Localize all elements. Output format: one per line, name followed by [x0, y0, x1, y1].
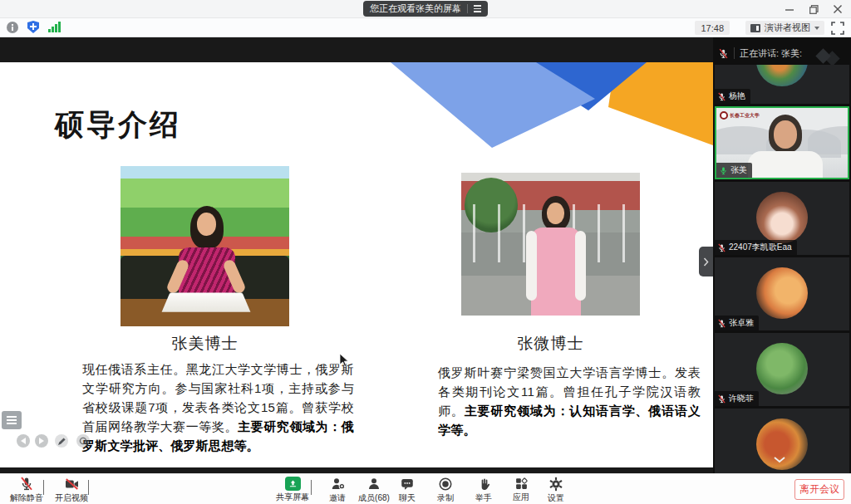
screen-watch-banner-text: 您正在观看张美的屏幕	[370, 2, 461, 15]
share-options-caret[interactable]	[311, 481, 312, 496]
record-button[interactable]: 录制	[427, 477, 464, 504]
window-titlebar: 您正在观看张美的屏幕	[0, 0, 851, 18]
participant-tile-more[interactable]	[715, 409, 849, 473]
video-options-caret[interactable]	[88, 481, 89, 496]
participant-tile-zhangzhuoya[interactable]: 张卓雅	[715, 257, 849, 330]
security-shield-icon[interactable]	[27, 21, 39, 33]
gear-icon	[548, 477, 563, 492]
bio-left: 现任俄语系主任。黑龙江大学文学博士，俄罗斯文学研究方向。参与国家社科1项，主持或…	[82, 360, 354, 455]
record-icon	[438, 477, 453, 492]
participant-name: 许晓菲	[729, 393, 754, 404]
banner-divider	[467, 4, 468, 13]
members-icon	[366, 477, 381, 492]
share-screen-icon	[285, 477, 301, 491]
apps-button[interactable]: 应用	[504, 477, 539, 503]
view-mode-button[interactable]: 演讲者视图	[745, 21, 824, 35]
participant-name: 22407李凯歌Eaa	[729, 242, 792, 253]
camera-off-icon	[64, 477, 80, 492]
meeting-info-icon[interactable]	[7, 22, 18, 33]
avatar-yangyan	[756, 65, 808, 86]
participant-tile-xuxiaofei[interactable]: 许晓菲	[715, 333, 849, 406]
participant-name: 杨艳	[729, 91, 745, 102]
participant-tile-yangyan[interactable]: 杨艳	[715, 65, 849, 104]
apps-grid-icon	[514, 477, 529, 491]
invite-button[interactable]: 邀请	[320, 477, 355, 504]
university-watermark: 长春工业大学	[720, 111, 760, 120]
presentation-slide: 硕导介绍 张美博士 张微博士 现任俄语系主任。黑龙江大学文学博士，俄罗斯文学研究…	[0, 62, 713, 467]
mic-muted-icon	[717, 243, 726, 252]
mouse-cursor	[339, 353, 349, 368]
more-presenter-options-button[interactable]	[76, 434, 90, 448]
invite-person-icon	[330, 477, 346, 492]
participant-tile-zhangmei[interactable]: 长春工业大学 张美	[715, 106, 849, 179]
chat-bubble-icon	[400, 477, 415, 492]
next-slide-button[interactable]	[35, 434, 48, 448]
raise-hand-button[interactable]: 举手	[466, 477, 501, 504]
mic-options-caret[interactable]	[43, 481, 44, 496]
close-button[interactable]	[829, 2, 846, 17]
meeting-toolbar: 解除静音 开启视频 共享屏幕	[0, 473, 851, 504]
participant-name: 张卓雅	[729, 317, 754, 329]
members-button[interactable]: 成员(68)	[355, 477, 393, 504]
avatar-likaige	[756, 192, 808, 243]
meeting-logo-watermark	[818, 49, 846, 64]
view-mode-label: 演讲者视图	[765, 22, 810, 34]
panel-collapse-handle[interactable]	[699, 247, 713, 276]
settings-button[interactable]: 设置	[539, 477, 573, 504]
speaker-view-icon	[750, 24, 760, 32]
meeting-time: 17:48	[695, 21, 730, 35]
avatar-zhangzhuoya	[756, 267, 808, 319]
slide-outline-button[interactable]	[2, 411, 22, 429]
speaking-now-label: 正在讲话: 张美:	[740, 47, 802, 60]
mic-muted-icon	[717, 319, 726, 328]
participants-panel: 正在讲话: 张美: 杨艳 长春工业大学	[713, 37, 851, 473]
active-speaker-bar: 正在讲话: 张美:	[713, 42, 851, 64]
view-mode-caret-icon	[814, 27, 819, 30]
caption-left-name: 张美博士	[121, 333, 289, 355]
mic-muted-icon	[19, 477, 34, 492]
mic-muted-icon	[717, 92, 726, 101]
leave-meeting-button[interactable]: 离开会议	[794, 479, 844, 500]
raise-hand-icon	[477, 477, 491, 492]
caption-right-name: 张微博士	[461, 333, 640, 355]
meeting-statusbar: 17:48 演讲者视图	[0, 18, 851, 37]
prev-slide-button[interactable]	[17, 434, 30, 448]
maximize-button[interactable]	[805, 2, 822, 17]
mic-muted-icon	[717, 394, 726, 404]
start-video-button[interactable]: 开启视频	[52, 477, 91, 504]
share-screen-button[interactable]: 共享屏幕	[273, 477, 312, 503]
photo-zhangwei	[461, 173, 640, 316]
participant-name: 张美	[730, 164, 747, 176]
avatar-xuxiaofei	[756, 343, 808, 394]
annotate-pen-button[interactable]	[55, 434, 68, 448]
participant-tile-likaige[interactable]: 22407李凯歌Eaa	[715, 182, 849, 255]
screen-watch-banner[interactable]: 您正在观看张美的屏幕	[363, 1, 488, 17]
mic-active-icon	[719, 166, 728, 175]
window-controls	[781, 0, 846, 18]
shared-screen-stage: 硕导介绍 张美博士 张微博士 现任俄语系主任。黑龙江大学文学博士，俄罗斯文学研究…	[0, 37, 713, 473]
photo-zhangmei	[121, 166, 289, 326]
minimize-button[interactable]	[781, 2, 798, 17]
banner-menu-icon[interactable]	[474, 5, 481, 12]
bio-right: 俄罗斯叶赛宁梁赞国立大学语言学博士。发表各类期刊论文11篇。曾担任孔子学院汉语教…	[438, 363, 701, 439]
fullscreen-button[interactable]	[831, 22, 844, 35]
chat-button[interactable]: 聊天	[391, 477, 424, 504]
network-signal-icon[interactable]	[48, 22, 61, 32]
scroll-more-chevron-icon[interactable]	[774, 452, 785, 467]
unmute-button[interactable]: 解除静音	[7, 477, 47, 504]
meeting-window: 您正在观看张美的屏幕 17:48 演讲者视图	[0, 0, 851, 504]
slide-title: 硕导介绍	[55, 105, 181, 144]
mic-muted-icon	[718, 48, 729, 59]
